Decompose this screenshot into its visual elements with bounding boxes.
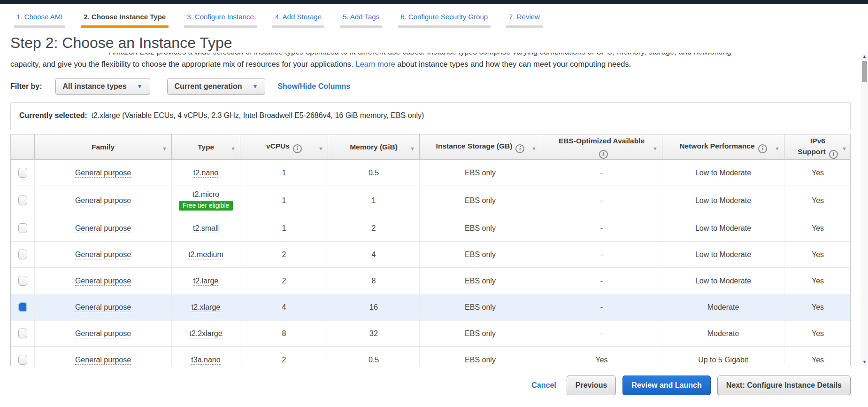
select-cell <box>11 268 35 294</box>
column-label: Family <box>44 141 162 152</box>
type-link[interactable]: t2.large <box>193 277 218 286</box>
column-header-ipv6-support[interactable]: IPv6Supporti▼ <box>784 134 851 160</box>
select-cell <box>11 321 35 347</box>
family-link[interactable]: General purpose <box>75 169 131 178</box>
tab-1-choose-ami[interactable]: 1. Choose AMI <box>14 13 65 28</box>
previous-button[interactable]: Previous <box>567 376 616 395</box>
type-cell: t2.nano <box>172 160 240 186</box>
column-header-ebs-optimized-available[interactable]: EBS-Optimized Availablei▼ <box>541 134 662 160</box>
table-row-t3a-nano[interactable]: General purposet3a.nano20.5EBS onlyYesUp… <box>11 347 851 367</box>
storage-cell: EBS only <box>420 160 541 186</box>
ebs-optimized-cell: - <box>541 294 662 321</box>
info-icon[interactable]: i <box>515 144 524 153</box>
row-checkbox[interactable] <box>18 168 27 178</box>
generation-dropdown[interactable]: Current generation ▼ <box>167 78 266 95</box>
info-icon[interactable]: i <box>293 144 302 153</box>
table-row-t2-xlarge[interactable]: General purposet2.xlarge416EBS only-Mode… <box>11 294 851 321</box>
table-row-t2-2xlarge[interactable]: General purposet2.2xlarge832EBS only-Mod… <box>11 321 851 347</box>
type-link[interactable]: t2.medium <box>188 250 223 259</box>
family-link[interactable]: General purpose <box>75 303 131 312</box>
currently-selected-box: Currently selected: t2.xlarge (Variable … <box>10 102 851 129</box>
table-row-t2-large[interactable]: General purposet2.large28EBS only-Low to… <box>11 268 851 294</box>
info-icon[interactable]: i <box>599 150 608 159</box>
badge-line: Free tier eligible <box>172 199 239 211</box>
type-link[interactable]: t2.xlarge <box>192 303 220 312</box>
tab-4-add-storage[interactable]: 4. Add Storage <box>272 13 324 28</box>
family-link[interactable]: General purpose <box>75 250 131 259</box>
column-header-network-performance[interactable]: Network Performancei▼ <box>662 134 784 160</box>
column-label: Memory (GiB) <box>338 141 410 152</box>
tab-7-review[interactable]: 7. Review <box>506 13 543 28</box>
type-link[interactable]: t2.2xlarge <box>189 329 222 338</box>
scroll-up-icon[interactable]: ▲ <box>861 53 868 60</box>
family-link[interactable]: General purpose <box>75 224 131 233</box>
type-link[interactable]: t2.nano <box>193 169 218 178</box>
scrollbar-thumb[interactable] <box>862 61 867 82</box>
column-header-family[interactable]: Family▼ <box>35 134 172 160</box>
sort-caret-icon: ▼ <box>410 143 415 154</box>
table-body: General purposet2.nano10.5EBS only-Low t… <box>11 160 851 367</box>
table-row-t2-micro[interactable]: General purposet2.microFree tier eligibl… <box>11 186 851 215</box>
type-cell: t2.small <box>172 215 240 242</box>
info-icon[interactable]: i <box>829 150 838 159</box>
table-row-t2-medium[interactable]: General purposet2.medium24EBS only-Low t… <box>11 242 851 268</box>
next-configure-instance-details-button[interactable]: Next: Configure Instance Details <box>717 376 851 395</box>
sort-caret-icon: ▼ <box>842 143 847 154</box>
column-label: Type <box>181 141 230 152</box>
storage-cell: EBS only <box>420 186 541 215</box>
tab-5-add-tags[interactable]: 5. Add Tags <box>340 13 382 28</box>
family-cell: General purpose <box>35 294 172 321</box>
instance-type-table-container: Family▼Type▼vCPUsi▼Memory (GiB)▼Instance… <box>10 134 851 366</box>
instance-type-table: Family▼Type▼vCPUsi▼Memory (GiB)▼Instance… <box>11 134 851 366</box>
family-link[interactable]: General purpose <box>75 277 131 286</box>
type-link[interactable]: t3a.nano <box>191 356 220 365</box>
console-top-bar <box>0 0 868 4</box>
column-header-instance-storage-gb[interactable]: Instance Storage (GB)i▼ <box>420 134 541 160</box>
family-link[interactable]: General purpose <box>75 329 131 338</box>
column-info-line: i <box>551 146 653 159</box>
table-row-t2-nano[interactable]: General purposet2.nano10.5EBS only-Low t… <box>11 160 851 186</box>
review-and-launch-button[interactable]: Review and Launch <box>622 376 710 395</box>
row-checkbox[interactable] <box>18 276 27 286</box>
ebs-optimized-cell: Yes <box>541 347 662 367</box>
column-header-vcpus[interactable]: vCPUsi▼ <box>240 134 328 160</box>
instance-types-dropdown[interactable]: All instance types ▼ <box>55 78 150 95</box>
type-link[interactable]: t2.small <box>193 224 219 233</box>
family-cell: General purpose <box>35 321 172 347</box>
tab-3-configure-instance[interactable]: 3. Configure Instance <box>184 13 257 28</box>
table-row-t2-small[interactable]: General purposet2.small12EBS only-Low to… <box>11 215 851 242</box>
vertical-scrollbar[interactable]: ▲ ▼ <box>861 53 868 366</box>
row-checkbox[interactable] <box>18 355 27 365</box>
cancel-link[interactable]: Cancel <box>531 381 556 390</box>
chevron-down-icon: ▼ <box>253 83 258 90</box>
type-link[interactable]: t2.micro <box>192 190 219 199</box>
network-performance-cell: Low to Moderate <box>662 160 784 186</box>
show-hide-columns-link[interactable]: Show/Hide Columns <box>277 82 350 91</box>
select-cell <box>11 160 35 186</box>
tab-6-configure-security-group[interactable]: 6. Configure Security Group <box>398 13 491 28</box>
column-header-memory-gib[interactable]: Memory (GiB)▼ <box>328 134 420 160</box>
row-checkbox[interactable] <box>18 223 27 233</box>
type-cell: t2.2xlarge <box>172 321 240 347</box>
ebs-optimized-cell: - <box>541 321 662 347</box>
description-line: capacity, and give you the flexibility t… <box>10 59 858 69</box>
column-header-type[interactable]: Type▼ <box>172 134 240 160</box>
row-checkbox[interactable] <box>18 250 27 259</box>
info-icon[interactable]: i <box>758 144 767 153</box>
scroll-down-icon[interactable]: ▼ <box>861 358 868 366</box>
wizard-footer: Cancel Previous Review and Launch Next: … <box>10 376 851 395</box>
row-checkbox[interactable] <box>18 329 27 338</box>
ipv6-cell: Yes <box>784 186 851 215</box>
learn-more-link[interactable]: Learn more <box>355 60 395 68</box>
row-checkbox[interactable] <box>18 302 27 312</box>
select-cell <box>11 294 35 321</box>
tab-2-choose-instance-type[interactable]: 2. Choose Instance Type <box>81 13 169 28</box>
sort-caret-icon: ▼ <box>162 143 167 154</box>
ebs-optimized-cell: - <box>541 242 662 268</box>
family-link[interactable]: General purpose <box>75 356 131 365</box>
memory-cell: 32 <box>328 321 420 347</box>
family-cell: General purpose <box>35 268 172 294</box>
family-link[interactable]: General purpose <box>75 196 131 205</box>
storage-cell: EBS only <box>420 242 541 268</box>
row-checkbox[interactable] <box>18 196 27 205</box>
